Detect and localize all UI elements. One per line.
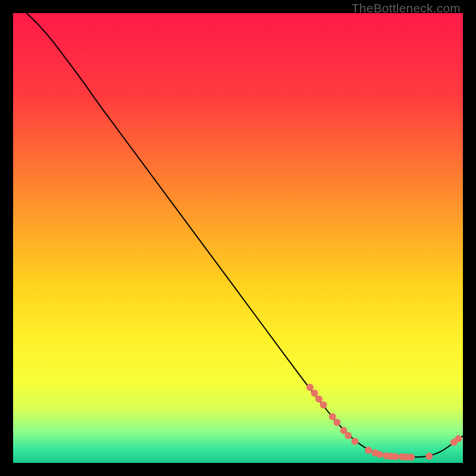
data-marker (311, 390, 318, 397)
data-marker (376, 451, 383, 458)
chart-area (13, 13, 463, 463)
bottleneck-chart (13, 13, 463, 463)
data-marker (329, 413, 336, 420)
data-marker (425, 453, 433, 460)
data-marker (408, 453, 415, 461)
gradient-background (13, 13, 463, 463)
data-marker (315, 396, 322, 403)
data-marker (352, 438, 359, 445)
data-marker (392, 453, 399, 460)
data-marker (455, 435, 462, 442)
data-marker (345, 432, 352, 439)
data-marker (306, 384, 314, 391)
data-marker (365, 447, 372, 454)
data-marker (320, 401, 327, 408)
data-marker (333, 419, 340, 426)
